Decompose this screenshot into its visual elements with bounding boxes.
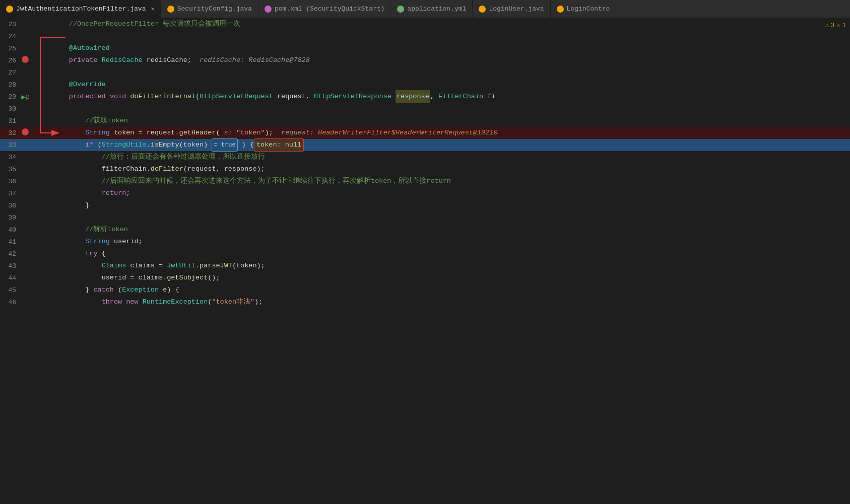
code-line xyxy=(30,66,850,79)
code-token: doFilterInternal xyxy=(130,91,195,103)
gutter-row: 38 xyxy=(0,199,30,211)
code-line: private RedisCache redisCache; redisCach… xyxy=(30,54,850,66)
code-token: } xyxy=(85,284,93,296)
breakpoint-icon xyxy=(22,56,29,63)
java-icon xyxy=(479,6,486,13)
code-token: (); xyxy=(208,272,220,284)
code-token xyxy=(391,91,396,103)
java-icon xyxy=(6,6,13,13)
gutter-row: 34 xyxy=(0,151,30,163)
code-token: Exception xyxy=(122,284,159,296)
code-token: request, xyxy=(273,91,314,103)
gutter-icon: ▶@ xyxy=(20,93,30,101)
gutter-row: 32 xyxy=(0,127,30,139)
code-line: //解析token xyxy=(30,224,850,236)
code-line: //放行：后面还会有各种过滤器处理，所以直接放行 xyxy=(30,151,850,163)
code-token: RedisCache xyxy=(102,54,143,66)
line-number: 40 xyxy=(0,226,20,234)
tab-label: application.yml xyxy=(407,5,466,13)
tab-label: pom.xml (SecurityQuickStart) xyxy=(275,5,384,13)
code-line: Claims claims = JwtUtil.parseJWT(token); xyxy=(30,260,850,272)
gutter-row: 23 xyxy=(0,18,30,30)
gutter-row: 27 xyxy=(0,66,30,79)
code-token: void xyxy=(110,91,130,103)
code-token: e) { xyxy=(159,284,179,296)
code-line: return; xyxy=(30,187,850,199)
line-number: 32 xyxy=(0,129,20,137)
highlighted-param: response xyxy=(396,90,430,103)
gutter-row: 41 xyxy=(0,236,30,248)
tab-label: LoginUser.java xyxy=(489,5,544,13)
line-number: 44 xyxy=(0,274,20,282)
code-line: //后面响应回来的时候，还会再次进来这个方法，为了不让它继续往下执行，再次解析t… xyxy=(30,175,850,187)
code-token: parseJWT xyxy=(200,260,232,272)
code-line: } catch (Exception e) { xyxy=(30,284,850,296)
code-line xyxy=(30,103,850,115)
tab-jwt[interactable]: JwtAuthenticationTokenFilter.java ✕ xyxy=(0,0,161,18)
tab-bar: JwtAuthenticationTokenFilter.java ✕ Secu… xyxy=(0,0,850,18)
tab-security[interactable]: SecurityConfig.java xyxy=(161,0,258,18)
code-token: (token) xyxy=(179,139,212,151)
gutter-icon xyxy=(20,128,30,137)
warning-badge-1: ⚠ 3 xyxy=(825,21,835,29)
code-token: HeaderWriterFilter$HeaderWriterRequest@1… xyxy=(318,127,497,139)
gutter-row: 42 xyxy=(0,248,30,260)
code-token: doFilter xyxy=(151,163,183,175)
code-line: @Override xyxy=(30,79,850,91)
line-number: 35 xyxy=(0,166,20,173)
debug-value-box: token: null xyxy=(254,138,304,152)
code-token: } xyxy=(85,199,89,211)
code-token: (request, response); xyxy=(183,163,265,175)
code-token: String xyxy=(85,236,110,248)
tab-label: LoginContro xyxy=(567,5,610,13)
line-number: 26 xyxy=(0,57,20,64)
code-token: getHeader xyxy=(179,127,216,139)
close-icon[interactable]: ✕ xyxy=(151,5,154,13)
code-token: s: xyxy=(224,127,236,139)
true-badge: = true xyxy=(212,138,237,152)
code-token: claims = xyxy=(126,260,167,272)
gutter-row: 45 xyxy=(0,284,30,296)
line-number: 39 xyxy=(0,214,20,222)
line-number: 34 xyxy=(0,154,20,161)
gutter-row: 26 xyxy=(0,54,30,66)
line-number: 25 xyxy=(0,45,20,52)
code-token: filterChain. xyxy=(102,163,151,175)
code-line: filterChain.doFilter(request, response); xyxy=(30,163,850,175)
gutter-row: 28 xyxy=(0,79,30,91)
code-line: String token = request.getHeader( s: "to… xyxy=(30,127,850,139)
code-content[interactable]: //OncePerRequestFilter 每次请求只会被调用一次 @Auto… xyxy=(30,18,850,504)
editor-window: JwtAuthenticationTokenFilter.java ✕ Secu… xyxy=(0,0,850,504)
gutter-row: 24 xyxy=(0,30,30,42)
code-token: //放行：后面还会有各种过滤器处理，所以直接放行 xyxy=(102,151,265,163)
line-number: 45 xyxy=(0,286,20,294)
code-token: private xyxy=(69,54,102,66)
gutter-row: 36 xyxy=(0,175,30,187)
line-number: 30 xyxy=(0,105,20,113)
debug-current-line-icon: ▶ xyxy=(21,93,25,101)
code-token: protected xyxy=(69,91,110,103)
tab-label: JwtAuthenticationTokenFilter.java xyxy=(16,5,146,13)
code-token: ( xyxy=(216,127,224,139)
code-token: RuntimeException xyxy=(143,296,208,308)
code-token: throw xyxy=(102,296,126,308)
code-line: protected void doFilterInternal(HttpServ… xyxy=(30,91,850,103)
code-token: (token); xyxy=(232,260,265,272)
editor-area: ⚠ 3 ⚠ 1 23242526272829▶@3031323334353637… xyxy=(0,18,850,504)
code-token: getSubject xyxy=(167,272,208,284)
warning-count-1: 3 xyxy=(831,22,835,29)
tab-loginuser[interactable]: LoginUser.java xyxy=(473,0,550,18)
tab-logincontro[interactable]: LoginContro xyxy=(551,0,617,18)
line-number: 37 xyxy=(0,190,20,197)
code-line: throw new RuntimeException("token非法"); xyxy=(30,296,850,308)
code-token: ( xyxy=(195,91,200,103)
gutter-icon xyxy=(20,56,30,65)
tab-application[interactable]: application.yml xyxy=(391,0,473,18)
code-token: redisCache; xyxy=(143,54,191,66)
code-token: ); xyxy=(265,127,273,139)
line-gutter: 23242526272829▶@303132333435363738394041… xyxy=(0,18,30,504)
tab-pom[interactable]: pom.xml (SecurityQuickStart) xyxy=(258,0,391,18)
code-token: ( xyxy=(208,296,212,308)
line-number: 29 xyxy=(0,93,20,101)
code-token: userid = claims. xyxy=(102,272,167,284)
